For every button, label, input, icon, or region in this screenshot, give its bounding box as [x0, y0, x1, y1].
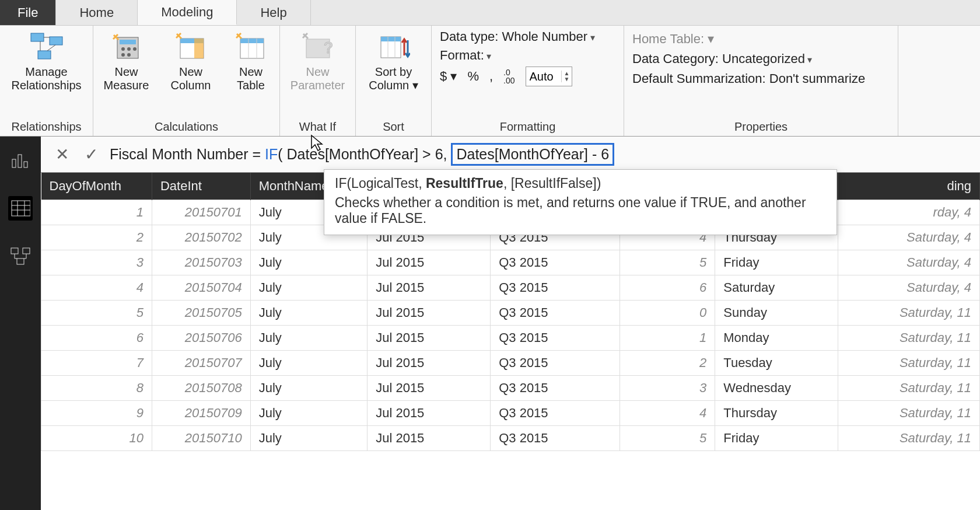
cell[interactable]: 20150710 [152, 426, 250, 451]
table-row[interactable]: 520150705JulyJul 2015Q3 20150SundaySatur… [41, 301, 980, 326]
cell[interactable]: Saturday, 11 [838, 326, 980, 351]
cell[interactable]: Sunday [715, 301, 838, 326]
menu-modeling[interactable]: Modeling [138, 0, 237, 25]
cell[interactable]: July [250, 376, 367, 401]
cancel-formula-button[interactable]: ✕ [51, 144, 72, 165]
cell[interactable]: 0 [620, 301, 715, 326]
cell[interactable]: Tuesday [715, 351, 838, 376]
cell[interactable]: Jul 2015 [368, 351, 491, 376]
thousand-sep-button[interactable]: , [489, 69, 493, 84]
cell[interactable]: July [250, 326, 367, 351]
cell[interactable]: 2 [620, 351, 715, 376]
cell[interactable]: Jul 2015 [368, 426, 491, 451]
formula-input[interactable]: Fiscal Month Number = IF( Dates[MonthOfY… [110, 143, 614, 166]
cell[interactable]: 20150701 [152, 200, 250, 225]
cell[interactable]: Q3 2015 [491, 376, 620, 401]
cell[interactable]: rday, 4 [838, 200, 980, 225]
spin-down[interactable]: ▼ [562, 76, 572, 82]
cell[interactable]: 2 [41, 225, 152, 250]
cell[interactable]: Saturday [715, 275, 838, 301]
cell[interactable]: Wednesday [715, 376, 838, 401]
cell[interactable]: Jul 2015 [368, 401, 491, 426]
cell[interactable]: July [250, 301, 367, 326]
cell[interactable]: 20150705 [152, 301, 250, 326]
decimal-places-input[interactable] [526, 69, 561, 85]
cell[interactable]: 20150707 [152, 351, 250, 376]
table-row[interactable]: 820150708JulyJul 2015Q3 20153WednesdaySa… [41, 376, 980, 401]
table-row[interactable]: 320150703JulyJul 2015Q3 20155FridaySatur… [41, 250, 980, 275]
cell[interactable]: Saturday, 11 [838, 376, 980, 401]
menu-home[interactable]: Home [56, 0, 138, 25]
model-view-button[interactable] [8, 244, 33, 268]
cell[interactable]: Jul 2015 [368, 326, 491, 351]
cell[interactable]: 7 [41, 351, 152, 376]
cell[interactable]: Q3 2015 [491, 301, 620, 326]
table-row[interactable]: 420150704JulyJul 2015Q3 20156SaturdaySat… [41, 275, 980, 301]
cell[interactable]: Jul 2015 [368, 301, 491, 326]
data-view-button[interactable] [8, 196, 33, 221]
cell[interactable]: Friday [715, 426, 838, 451]
cell[interactable]: Saturday, 4 [838, 275, 980, 301]
data-category-dropdown[interactable]: Data Category: Uncategorized [632, 51, 812, 66]
table-row[interactable]: 620150706JulyJul 2015Q3 20151MondaySatur… [41, 326, 980, 351]
cell[interactable]: Q3 2015 [491, 351, 620, 376]
decimal-places-spinner[interactable]: ▲▼ [526, 67, 573, 86]
format-dropdown[interactable]: Format: [440, 48, 491, 63]
cell[interactable]: 20150703 [152, 250, 250, 275]
cell[interactable]: Saturday, 11 [838, 351, 980, 376]
menu-file[interactable]: File [0, 0, 56, 25]
cell[interactable]: 5 [620, 426, 715, 451]
table-row[interactable]: 1020150710JulyJul 2015Q3 20155FridaySatu… [41, 426, 980, 451]
cell[interactable]: 20150706 [152, 326, 250, 351]
cell[interactable]: Q3 2015 [491, 275, 620, 301]
new-column-button[interactable]: New Column [164, 29, 217, 92]
cell[interactable]: Monday [715, 326, 838, 351]
cell[interactable]: 6 [41, 326, 152, 351]
cell[interactable]: July [250, 250, 367, 275]
cell[interactable]: Jul 2015 [368, 275, 491, 301]
cell[interactable]: 5 [620, 250, 715, 275]
report-view-button[interactable] [8, 148, 33, 173]
cell[interactable]: 3 [41, 250, 152, 275]
cell[interactable]: Saturday, 11 [838, 426, 980, 451]
cell[interactable]: 1 [620, 326, 715, 351]
cell[interactable]: July [250, 275, 367, 301]
cell[interactable]: Jul 2015 [368, 250, 491, 275]
default-summ-dropdown[interactable]: Default Summarization: Don't summarize [632, 71, 865, 86]
percent-button[interactable]: % [467, 69, 479, 84]
cell[interactable]: Friday [715, 250, 838, 275]
datatype-dropdown[interactable]: Data type: Whole Number [440, 29, 595, 44]
cell[interactable]: 5 [41, 301, 152, 326]
cell[interactable]: Q3 2015 [491, 326, 620, 351]
col-header[interactable]: ding [838, 173, 980, 200]
cell[interactable]: Q3 2015 [491, 250, 620, 275]
cell[interactable]: 3 [620, 376, 715, 401]
cell[interactable]: Jul 2015 [368, 376, 491, 401]
commit-formula-button[interactable]: ✓ [80, 144, 102, 165]
cell[interactable]: 20150708 [152, 376, 250, 401]
cell[interactable]: 20150709 [152, 401, 250, 426]
cell[interactable]: July [250, 426, 367, 451]
table-row[interactable]: 720150707JulyJul 2015Q3 20152TuesdaySatu… [41, 351, 980, 376]
manage-relationships-button[interactable]: Manage Relationships [18, 29, 76, 92]
cell[interactable]: 20150704 [152, 275, 250, 301]
cell[interactable]: July [250, 401, 367, 426]
cell[interactable]: Q3 2015 [491, 401, 620, 426]
new-table-button[interactable]: New Table [228, 29, 274, 92]
cell[interactable]: Thursday [715, 401, 838, 426]
cell[interactable]: 4 [41, 275, 152, 301]
cell[interactable]: 9 [41, 401, 152, 426]
table-row[interactable]: 920150709JulyJul 2015Q3 20154ThursdaySat… [41, 401, 980, 426]
home-table-dropdown[interactable]: Home Table: ▾ [632, 32, 714, 46]
cell[interactable]: 20150702 [152, 225, 250, 250]
sort-by-column-button[interactable]: Sort by Column ▾ [362, 29, 426, 92]
cell[interactable]: Saturday, 4 [838, 225, 980, 250]
cell[interactable]: July [250, 351, 367, 376]
cell[interactable]: 4 [620, 401, 715, 426]
decimal-icon[interactable]: .0.00 [503, 68, 514, 85]
cell[interactable]: 1 [41, 200, 152, 225]
cell[interactable]: 6 [620, 275, 715, 301]
col-header[interactable]: DateInt [152, 173, 250, 200]
cell[interactable]: 8 [41, 376, 152, 401]
cell[interactable]: Saturday, 4 [838, 250, 980, 275]
